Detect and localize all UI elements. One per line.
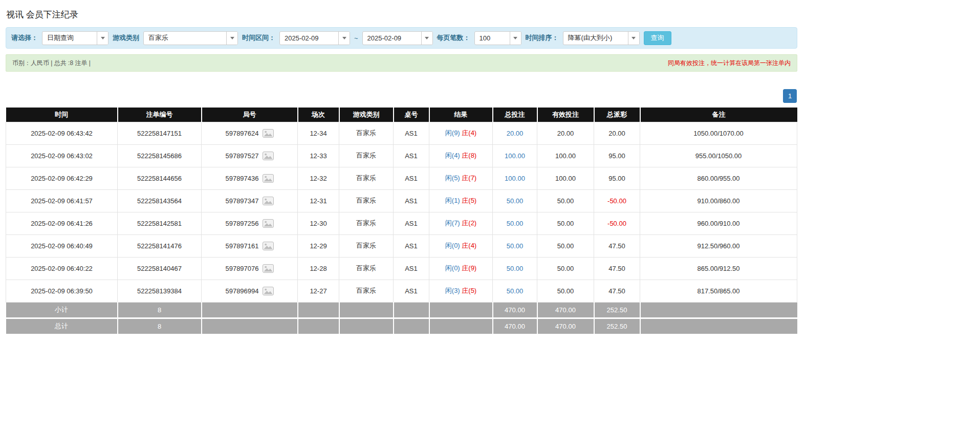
result-player: 闲(5)	[445, 174, 460, 182]
cell-total-bet[interactable]: 50.00	[493, 234, 537, 257]
table-row: 2025-02-09 06:41:26 522258142581 5978972…	[6, 212, 797, 234]
cell-round-id: 597897527	[202, 144, 298, 167]
date-to-value: 2025-02-09	[363, 32, 421, 45]
game-type-select[interactable]: 百家乐	[143, 31, 238, 45]
subtotal-total-bet: 470.00	[493, 302, 537, 318]
page-title: 视讯 会员下注纪录	[6, 9, 797, 20]
total-valid-bet: 470.00	[537, 318, 594, 334]
cell-total-bet[interactable]: 50.00	[493, 212, 537, 234]
chevron-down-icon[interactable]	[421, 32, 432, 45]
cell-note: 955.00/1050.00	[640, 144, 797, 167]
cell-total-bet[interactable]: 20.00	[493, 122, 537, 144]
cell-game-type: 百家乐	[339, 280, 394, 302]
cell-result: 闲(3) 庄(5)	[429, 280, 493, 302]
date-from-value: 2025-02-09	[280, 32, 338, 45]
chevron-down-icon[interactable]	[97, 32, 108, 45]
date-from-input[interactable]: 2025-02-09	[279, 31, 350, 45]
cell-game-type: 百家乐	[339, 189, 394, 212]
header-total-bet: 总投注	[493, 108, 537, 122]
cell-session: 12-31	[298, 189, 339, 212]
round-detail-image-icon[interactable]	[263, 197, 274, 205]
sort-order-value: 降冪(由大到小)	[563, 32, 628, 45]
result-banker: 庄(8)	[462, 152, 476, 159]
cell-time: 2025-02-09 06:41:57	[6, 189, 118, 212]
total-payout: 252.50	[594, 318, 640, 334]
round-detail-image-icon[interactable]	[263, 264, 274, 273]
date-mode-select[interactable]: 日期查询	[42, 31, 108, 45]
round-id-text: 597897256	[225, 220, 258, 227]
sort-order-select[interactable]: 降冪(由大到小)	[563, 31, 640, 45]
header-time: 时间	[6, 108, 118, 122]
cell-game-type: 百家乐	[339, 234, 394, 257]
round-detail-image-icon[interactable]	[263, 219, 274, 228]
date-range-label: 时间区间：	[242, 33, 275, 42]
cell-result: 闲(4) 庄(8)	[429, 144, 493, 167]
table-header: 时间 注单编号 局号 场次 游戏类别 桌号 结果 总投注 有效投注 总派彩 备注	[6, 108, 797, 122]
cell-note: 865.00/912.50	[640, 257, 797, 280]
cell-payout: 95.00	[594, 144, 640, 167]
cell-table-id: AS1	[394, 257, 429, 280]
cell-result: 闲(7) 庄(2)	[429, 212, 493, 234]
cell-result: 闲(5) 庄(7)	[429, 167, 493, 189]
cell-valid-bet: 100.00	[537, 144, 594, 167]
cell-session: 12-32	[298, 167, 339, 189]
total-total-bet: 470.00	[493, 318, 537, 334]
cell-payout: 95.00	[594, 167, 640, 189]
cell-table-id: AS1	[394, 280, 429, 302]
cell-game-type: 百家乐	[339, 257, 394, 280]
result-player: 闲(9)	[445, 129, 460, 137]
cell-total-bet[interactable]: 100.00	[493, 167, 537, 189]
round-detail-image-icon[interactable]	[263, 242, 274, 250]
header-result: 结果	[429, 108, 493, 122]
cell-result: 闲(0) 庄(4)	[429, 234, 493, 257]
cell-total-bet[interactable]: 50.00	[493, 257, 537, 280]
round-id-text: 597896994	[225, 287, 258, 295]
chevron-down-icon[interactable]	[510, 32, 521, 45]
chevron-down-icon[interactable]	[338, 32, 350, 45]
round-detail-image-icon[interactable]	[263, 287, 274, 295]
chevron-down-icon[interactable]	[226, 32, 237, 45]
filter-bar: 请选择： 日期查询 游戏类别 百家乐 时间区间： 2025-02-09 ~ 20…	[6, 27, 797, 49]
cell-bet-id: 522258144656	[118, 167, 202, 189]
result-banker: 庄(5)	[462, 197, 476, 204]
round-detail-image-icon[interactable]	[263, 129, 274, 138]
header-note: 备注	[640, 108, 797, 122]
table-body: 2025-02-09 06:43:42 522258147151 5978976…	[6, 122, 797, 302]
cell-bet-id: 522258140467	[118, 257, 202, 280]
total-label: 总计	[6, 318, 118, 334]
page-container: 视讯 会员下注纪录 请选择： 日期查询 游戏类别 百家乐 时间区间： 2025-…	[6, 9, 797, 334]
cell-round-id: 597896994	[202, 280, 298, 302]
pagination-page-1-button[interactable]: 1	[783, 89, 797, 103]
result-banker: 庄(2)	[462, 219, 476, 227]
cell-total-bet[interactable]: 50.00	[493, 280, 537, 302]
cell-note: 960.00/910.00	[640, 212, 797, 234]
cell-valid-bet: 50.00	[537, 189, 594, 212]
cell-round-id: 597897347	[202, 189, 298, 212]
cell-valid-bet: 50.00	[537, 212, 594, 234]
header-bet-id: 注单编号	[118, 108, 202, 122]
cell-valid-bet: 50.00	[537, 280, 594, 302]
summary-bar: 币别：人民币 | 总共 :8 注单 | 同局有效投注，统一计算在该局第一张注单内	[6, 54, 797, 72]
search-button[interactable]: 查询	[644, 31, 671, 45]
chevron-down-icon[interactable]	[628, 32, 639, 45]
cell-table-id: AS1	[394, 234, 429, 257]
round-detail-image-icon[interactable]	[263, 174, 274, 183]
round-detail-image-icon[interactable]	[263, 152, 274, 160]
currency-summary-text: 币别：人民币 | 总共 :8 注单 |	[12, 59, 91, 68]
cell-payout: 20.00	[594, 122, 640, 144]
cell-total-bet[interactable]: 50.00	[493, 189, 537, 212]
cell-session: 12-28	[298, 257, 339, 280]
cell-session: 12-30	[298, 212, 339, 234]
result-banker: 庄(4)	[462, 129, 476, 137]
game-type-label: 游戏类别	[113, 33, 139, 42]
cell-payout: 47.50	[594, 257, 640, 280]
header-round-id: 局号	[202, 108, 298, 122]
cell-total-bet[interactable]: 100.00	[493, 144, 537, 167]
cell-result: 闲(1) 庄(5)	[429, 189, 493, 212]
cell-time: 2025-02-09 06:42:29	[6, 167, 118, 189]
date-mode-value: 日期查询	[42, 32, 97, 45]
page-size-select[interactable]: 100	[474, 31, 521, 45]
cell-game-type: 百家乐	[339, 212, 394, 234]
result-player: 闲(3)	[445, 287, 460, 294]
date-to-input[interactable]: 2025-02-09	[362, 31, 433, 45]
